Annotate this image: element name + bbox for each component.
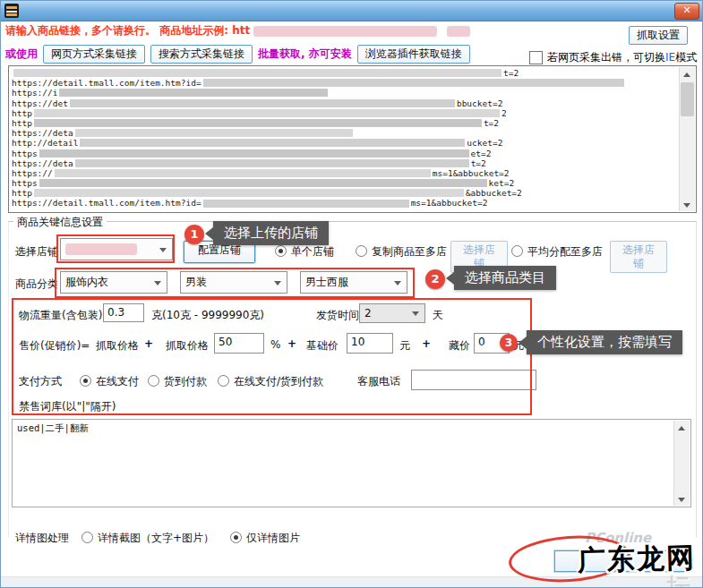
url-line: https://detail.tmall.com/item.htm?id=	[12, 78, 678, 88]
pay-method-label: 支付方式	[19, 374, 62, 389]
service-phone-input[interactable]	[411, 370, 536, 390]
radio-detail-image-only-label[interactable]: 仅详情图片	[246, 531, 300, 546]
scroll-down-icon[interactable]	[680, 197, 695, 211]
radio-copy-multi-label[interactable]: 复制商品至多店	[372, 244, 447, 260]
price-label: 售价(促销价)=	[19, 338, 90, 354]
web-collect-button[interactable]: 网页方式采集链接	[43, 45, 145, 64]
ie-mode-label: 若网页采集出错，可切换IE模式	[547, 50, 697, 65]
url-line: https://ms=1&abbucket=2	[12, 168, 678, 178]
banned-words-textarea[interactable]: used|二手|翻新	[12, 419, 691, 507]
instruction-line: 请输入商品链接，多个请换行。 商品地址示例: htt	[5, 23, 470, 38]
redacted-url-tail	[447, 26, 470, 37]
percent-sign: %	[270, 338, 280, 351]
ship-time-combo[interactable]: 2	[359, 303, 425, 323]
app-icon	[4, 4, 19, 18]
plus-sign-3: +	[422, 337, 431, 350]
radio-average-multi[interactable]	[511, 245, 523, 257]
url-list-content: t=2https://detail.tmall.com/item.htm?id=…	[12, 68, 678, 210]
scroll-up-icon[interactable]	[674, 421, 690, 435]
step-1-tooltip: 选择上传的店铺	[213, 221, 329, 245]
banned-words-label: 禁售词库(以"|"隔开)	[19, 399, 116, 414]
ship-time-label: 发货时间	[316, 308, 359, 323]
example-url-start: htt	[232, 24, 250, 37]
scroll-down-icon[interactable]	[674, 491, 690, 506]
batch-note-label: 批量获取, 亦可安装	[258, 47, 352, 62]
radio-cod[interactable]	[148, 375, 159, 387]
banned-words-value: used|二手|翻新	[17, 422, 89, 435]
title-bar: ✕	[1, 1, 702, 21]
yuan-sign-1: 元	[399, 338, 410, 354]
plugin-collect-button[interactable]: 浏览器插件获取链接	[357, 45, 470, 64]
step-2-badge: 2	[425, 269, 445, 289]
radio-detail-screenshot-label[interactable]: 详情截图（文字+图片）	[98, 531, 214, 546]
base-price-input[interactable]: 10	[347, 333, 393, 354]
url-line: http&abbucket=2	[12, 188, 678, 198]
radio-cod-label[interactable]: 货到付款	[164, 374, 207, 389]
url-line: httpt=2	[12, 118, 678, 128]
plus-sign-1: +	[144, 337, 153, 350]
grab-settings-button[interactable]: 抓取设置	[629, 26, 688, 45]
or-use-label: 或使用	[5, 47, 38, 62]
radio-average-multi-label[interactable]: 平均分配至多店	[527, 244, 603, 260]
radio-online-pay-label[interactable]: 在线支付	[96, 374, 139, 389]
radio-online-or-cod[interactable]	[218, 375, 229, 387]
scroll-up-icon[interactable]	[680, 67, 695, 81]
example-label: 商品地址示例:	[159, 24, 232, 37]
banned-words-scrollbar[interactable]	[673, 421, 690, 506]
redacted-shop-name	[65, 243, 137, 255]
dialog-window: ✕ 请输入商品链接，多个请换行。 商品地址示例: htt 抓取设置 或使用 网页…	[0, 0, 703, 588]
price-term-2: 抓取价格	[166, 338, 209, 354]
url-list-textarea[interactable]: t=2https://detail.tmall.com/item.htm?id=…	[8, 65, 697, 213]
url-list-scrollbar[interactable]	[679, 67, 695, 211]
radio-single-shop-label[interactable]: 单个店铺	[291, 244, 334, 260]
radio-copy-multi[interactable]	[356, 245, 367, 257]
ship-time-unit: 天	[433, 308, 443, 323]
redacted-url	[253, 26, 437, 37]
service-phone-label: 客服电话	[357, 374, 400, 389]
category-combo-2[interactable]: 男装	[180, 271, 287, 294]
url-line: httpset=2	[12, 149, 678, 158]
url-line: t=2	[12, 68, 678, 78]
shop-select-combo[interactable]	[60, 238, 173, 260]
url-line: https://i	[12, 88, 678, 98]
watermark-text: 广东龙网	[577, 539, 696, 579]
step-1-badge: 1	[184, 225, 204, 244]
shop-select-label: 选择店铺	[15, 244, 58, 260]
radio-online-pay[interactable]	[80, 375, 91, 387]
ie-mode-row: 若网页采集出错，可切换IE模式	[529, 50, 697, 65]
radio-online-or-cod-label[interactable]: 在线支付/货到付款	[234, 374, 323, 389]
choose-shop-button-2[interactable]: 选择店铺	[610, 241, 667, 273]
close-button[interactable]: ✕	[674, 3, 699, 20]
base-price-label: 基础价	[306, 338, 339, 354]
step-3-badge: 3	[500, 334, 518, 352]
url-line: http2	[12, 108, 678, 118]
category-combo-3[interactable]: 男士西服	[300, 271, 407, 294]
weight-hint: 克(10克 - 9999990克)	[151, 308, 264, 323]
instruction-text: 请输入商品链接，多个请换行。	[5, 24, 156, 37]
url-line: https://detat=2	[12, 158, 678, 168]
weight-label: 物流重量(含包装)	[19, 308, 102, 323]
scroll-thumb[interactable]	[681, 82, 694, 116]
url-line: http://detailucket=2	[12, 138, 678, 148]
weight-input[interactable]: 0.3	[103, 303, 144, 322]
url-line: https://detbbucket=2	[12, 98, 678, 108]
radio-detail-image-only[interactable]	[230, 532, 242, 543]
radio-detail-screenshot[interactable]	[81, 532, 93, 543]
plus-sign-2: +	[287, 337, 296, 350]
url-line: https://deta	[12, 128, 678, 138]
url-line: httpsket=2	[12, 178, 678, 188]
category-combo-1[interactable]: 服饰内衣	[60, 271, 167, 294]
price-term-1: 抓取价格	[96, 338, 139, 354]
percent-input[interactable]: 50	[214, 333, 264, 354]
url-line: https://detail.tmall.com/item.htm?id=ms=…	[12, 198, 678, 208]
collect-toolbar: 或使用 网页方式采集链接 搜索方式采集链接 批量获取, 亦可安装 浏览器插件获取…	[5, 44, 470, 64]
group-title: 商品关键信息设置	[13, 215, 107, 230]
hide-price-label: 藏价	[449, 338, 470, 354]
search-collect-button[interactable]: 搜索方式采集链接	[150, 45, 253, 64]
step-2-tooltip: 选择商品类目	[454, 266, 556, 290]
detail-image-label: 详情图处理	[15, 531, 69, 546]
radio-single-shop[interactable]	[275, 245, 287, 257]
ie-mode-checkbox[interactable]	[529, 51, 543, 64]
step-3-tooltip: 个性化设置，按需填写	[527, 330, 682, 354]
category-label: 商品分类	[15, 277, 58, 292]
